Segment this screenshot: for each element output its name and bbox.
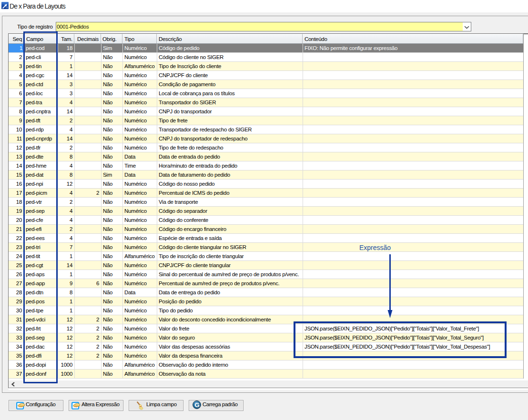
svg-text:G: G xyxy=(194,401,200,409)
